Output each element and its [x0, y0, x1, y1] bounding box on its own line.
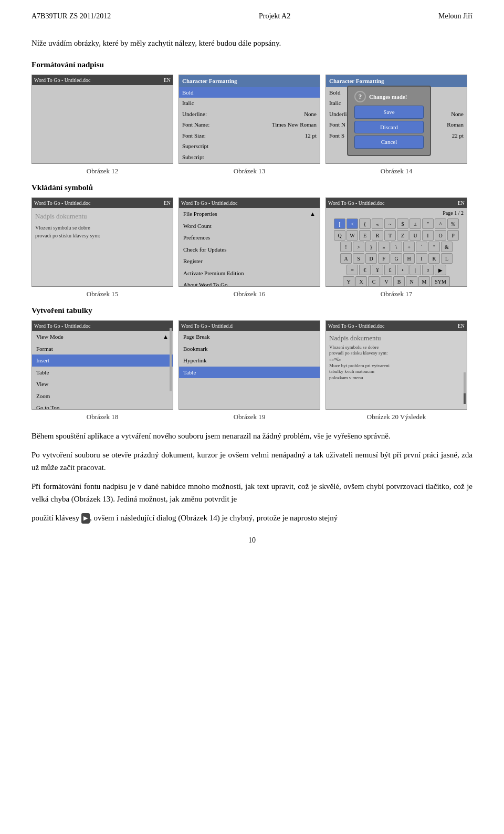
intro-paragraph: Níže uvádím obrázky, které by měly zachy… — [32, 37, 472, 49]
screen-14: Character Formatting Bold Italic Underli… — [326, 75, 467, 164]
caption-17: Obrázek 17 — [381, 289, 412, 299]
header-center: Projekt A2 — [259, 11, 290, 22]
section-title-formatovani: Formátování nadpisu — [32, 59, 472, 71]
screen12-topbar: Word To Go - Untitled.doc EN — [32, 75, 173, 85]
screen18-item-insert: Insert — [32, 355, 173, 367]
caption-18: Obrázek 18 — [87, 412, 118, 422]
screen13-item-superscript: Superscript — [179, 141, 320, 152]
sym-row-4: A S D F G H I K L — [328, 253, 465, 264]
screen19-topbar: Word To Go - Untitled.d — [179, 321, 320, 331]
screen-16: Word To Go - Untitled.doc File Propertie… — [178, 197, 320, 287]
sym-row-6: Y X C V B N M SYM — [328, 276, 465, 287]
sym-key-lquot[interactable]: « — [372, 218, 383, 229]
screen-17: Word To Go - Untitled.doc EN Page 1 / 2 … — [326, 197, 467, 287]
sym-key-caret[interactable]: ^ — [435, 218, 446, 229]
paragraph-4: použití klávesy ▶, ovšem i následující d… — [32, 512, 472, 524]
screen18-item-table: Table — [32, 367, 173, 379]
paragraph-1: Během spouštění aplikace a vytváření nov… — [32, 430, 472, 442]
screen17-page: Page 1 / 2 — [326, 208, 467, 218]
screen-19: Word To Go - Untitled.d Page Break Bookm… — [178, 320, 320, 410]
screen13-item-fontname: Font Name:Times New Roman — [179, 119, 320, 130]
caption-16: Obrázek 16 — [234, 289, 265, 299]
screen19-item-pagebreak: Page Break — [179, 331, 320, 343]
sym-key-lt[interactable]: [ — [334, 218, 345, 229]
screen16-item-register: Register — [179, 255, 320, 267]
screen-13: Character Formatting Bold Italic Underli… — [178, 75, 320, 164]
screen20-topbar: Word To Go - Untitled.doc EN — [326, 321, 467, 331]
screen12-content — [32, 85, 173, 163]
dialog-save-btn[interactable]: Save — [354, 106, 424, 119]
section-title-vkladani: Vkládání symbolů — [32, 182, 472, 194]
image-cell-15: Word To Go - Untitled.doc EN Nadpis doku… — [32, 197, 173, 299]
images-row-1: Word To Go - Untitled.doc EN Obrázek 12 … — [32, 75, 472, 176]
screen-20: Word To Go - Untitled.doc EN Nadpis doku… — [326, 320, 467, 410]
caption-14: Obrázek 14 — [381, 166, 412, 176]
screen-18: Word To Go - Untitled.doc View Mode▲ For… — [32, 320, 173, 410]
screen17-topbar: Word To Go - Untitled.doc EN — [326, 198, 467, 208]
header-left: A7B39TUR ZS 2011/2012 — [32, 11, 111, 22]
screen13-item-subscript: Subscript — [179, 152, 320, 163]
image-cell-16: Word To Go - Untitled.doc File Propertie… — [178, 197, 320, 299]
screen16-item-fileprops: File Properties▲ — [179, 208, 320, 220]
screen16-topbar: Word To Go - Untitled.doc — [179, 198, 320, 208]
dialog-title: ? Changes made! — [354, 91, 424, 102]
caption-12: Obrázek 12 — [87, 166, 118, 176]
sym-key-langle[interactable]: < — [346, 218, 358, 229]
image-cell-20: Word To Go - Untitled.doc EN Nadpis doku… — [326, 320, 467, 422]
screen16-item-checkupdates: Check for Updates — [179, 244, 320, 256]
screen18-scrollbar — [170, 328, 172, 391]
screen20-scrollthumb — [464, 393, 466, 404]
sym-row-3: ! > } » \ + ` " & — [328, 242, 465, 252]
keyboard-icon: ▶ — [81, 513, 90, 524]
image-cell-14: Character Formatting Bold Italic Underli… — [326, 75, 467, 176]
image-cell-13: Character Formatting Bold Italic Underli… — [178, 75, 320, 176]
image-cell-12: Word To Go - Untitled.doc EN Obrázek 12 — [32, 75, 173, 176]
changes-dialog: ? Changes made! Save Discard Cancel — [347, 86, 431, 156]
screen18-item-gototop: Go to Top — [32, 402, 173, 410]
screen19-item-table: Table — [179, 367, 320, 379]
image-cell-17: Word To Go - Untitled.doc EN Page 1 / 2 … — [326, 197, 467, 299]
screen13-item-underline: Underline:None — [179, 109, 320, 120]
image-cell-19: Word To Go - Untitled.d Page Break Bookm… — [178, 320, 320, 422]
paragraph-2: Po vytvoření souboru se otevře prázdný d… — [32, 449, 472, 474]
sym-row-2: Q W E R T Z U I O P — [328, 230, 465, 241]
screen20-scrollbar — [464, 372, 466, 404]
screen-15: Word To Go - Untitled.doc EN Nadpis doku… — [32, 197, 173, 287]
screen18-item-view: View — [32, 378, 173, 390]
screen20-doc-title: Nadpis dokumentu — [329, 333, 464, 343]
screen15-topbar: Word To Go - Untitled.doc EN — [32, 198, 173, 208]
screen13-item-bold: Bold — [179, 87, 320, 98]
screen-12: Word To Go - Untitled.doc EN — [32, 75, 173, 164]
screen13-item-italic: Italic — [179, 98, 320, 109]
screen13-item-fontsize: Font Size:12 pt — [179, 130, 320, 141]
caption-13: Obrázek 13 — [234, 166, 265, 176]
question-icon: ? — [354, 91, 366, 102]
sym-row-1: [ < { « ~ $ ± " ^ % — [328, 218, 465, 229]
header-right: Meloun Jiří — [438, 11, 472, 22]
paragraph-3: Při formátování fontu nadpisu je v dané … — [32, 480, 472, 505]
screen18-item-viewmode: View Mode▲ — [32, 331, 173, 343]
sym-key-tilde[interactable]: ~ — [384, 218, 396, 229]
dialog-cancel-btn[interactable]: Cancel — [354, 135, 424, 149]
screen13-title: Character Formatting — [179, 75, 320, 87]
page-number: 10 — [32, 535, 472, 546]
sym-key-lbrace[interactable]: { — [359, 218, 371, 229]
caption-20: Obrázek 20 Výsledek — [367, 412, 426, 422]
image-cell-18: Word To Go - Untitled.doc View Mode▲ For… — [32, 320, 173, 422]
sym-key-pm[interactable]: ± — [410, 218, 421, 229]
sym-key-pct[interactable]: % — [447, 218, 459, 229]
caption-19: Obrázek 19 — [234, 412, 265, 422]
screen20-content: Nadpis dokumentu Vlozeni symbolu se dobr… — [326, 331, 467, 409]
dialog-discard-btn[interactable]: Discard — [354, 121, 424, 134]
screen18-topbar: Word To Go - Untitled.doc — [32, 321, 173, 331]
sym-key-quot[interactable]: " — [422, 218, 434, 229]
screen20-doc-text: Vlozeni symbolu se dobre provadi po stis… — [329, 345, 464, 381]
images-row-3: Word To Go - Untitled.doc View Mode▲ For… — [32, 320, 472, 422]
screen15-doc-title: Nadpis dokumentu — [35, 211, 170, 222]
screen15-content: Nadpis dokumentu Vlozeni symbolu se dobr… — [32, 208, 173, 286]
screen18-item-zoom: Zoom — [32, 390, 173, 402]
screen16-item-premium: Activate Premium Edition — [179, 267, 320, 279]
sym-key-dollar[interactable]: $ — [397, 218, 408, 229]
screen13-item-strikethrough: Strikethrough — [179, 162, 320, 164]
sym-row-5: = € ¥ £ • | ¤ ▶ — [328, 265, 465, 275]
